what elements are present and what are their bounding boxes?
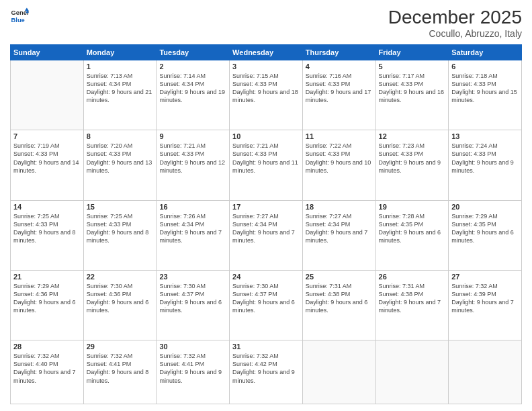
table-row: 12Sunrise: 7:23 AM Sunset: 4:33 PM Dayli… — [375, 130, 449, 200]
day-info: Sunrise: 7:28 AM Sunset: 4:35 PM Dayligh… — [379, 212, 446, 245]
day-info: Sunrise: 7:32 AM Sunset: 4:40 PM Dayligh… — [13, 352, 81, 385]
day-info: Sunrise: 7:13 AM Sunset: 4:34 PM Dayligh… — [87, 72, 154, 105]
day-number: 13 — [451, 132, 519, 140]
day-number: 2 — [159, 62, 226, 71]
day-info: Sunrise: 7:21 AM Sunset: 4:33 PM Dayligh… — [232, 142, 300, 175]
day-info: Sunrise: 7:14 AM Sunset: 4:34 PM Dayligh… — [159, 72, 226, 105]
day-number: 15 — [87, 203, 154, 211]
table-row: 6Sunrise: 7:18 AM Sunset: 4:33 PM Daylig… — [449, 60, 522, 130]
day-number: 18 — [306, 203, 373, 211]
day-number: 23 — [159, 273, 226, 281]
logo-icon: General Blue — [10, 7, 29, 26]
table-row: 28Sunrise: 7:32 AM Sunset: 4:40 PM Dayli… — [11, 340, 84, 404]
day-info: Sunrise: 7:30 AM Sunset: 4:36 PM Dayligh… — [87, 282, 154, 315]
table-row — [11, 60, 84, 130]
day-number: 30 — [159, 342, 226, 351]
header-monday: Monday — [83, 45, 157, 60]
day-info: Sunrise: 7:30 AM Sunset: 4:37 PM Dayligh… — [232, 282, 300, 315]
day-number: 9 — [159, 132, 226, 140]
table-row: 10Sunrise: 7:21 AM Sunset: 4:33 PM Dayli… — [230, 130, 303, 200]
day-number: 12 — [379, 132, 446, 140]
calendar-week-2: 14Sunrise: 7:25 AM Sunset: 4:33 PM Dayli… — [11, 200, 522, 270]
calendar-week-1: 7Sunrise: 7:19 AM Sunset: 4:33 PM Daylig… — [11, 130, 522, 200]
table-row: 15Sunrise: 7:25 AM Sunset: 4:33 PM Dayli… — [83, 200, 157, 270]
day-info: Sunrise: 7:21 AM Sunset: 4:33 PM Dayligh… — [159, 142, 226, 175]
table-row: 8Sunrise: 7:20 AM Sunset: 4:33 PM Daylig… — [83, 130, 157, 200]
month-title: December 2025 — [388, 7, 522, 28]
day-info: Sunrise: 7:32 AM Sunset: 4:39 PM Dayligh… — [451, 282, 519, 315]
header-tuesday: Tuesday — [157, 45, 230, 60]
day-number: 7 — [13, 132, 81, 140]
day-number: 4 — [306, 62, 373, 71]
day-info: Sunrise: 7:26 AM Sunset: 4:34 PM Dayligh… — [159, 212, 226, 245]
day-info: Sunrise: 7:29 AM Sunset: 4:35 PM Dayligh… — [451, 212, 519, 245]
table-row: 26Sunrise: 7:31 AM Sunset: 4:38 PM Dayli… — [375, 270, 449, 340]
table-row: 1Sunrise: 7:13 AM Sunset: 4:34 PM Daylig… — [83, 60, 157, 130]
svg-text:Blue: Blue — [11, 17, 25, 24]
logo: General Blue — [10, 7, 29, 26]
calendar-week-4: 28Sunrise: 7:32 AM Sunset: 4:40 PM Dayli… — [11, 340, 522, 404]
table-row — [375, 340, 449, 404]
day-number: 16 — [159, 203, 226, 211]
day-info: Sunrise: 7:22 AM Sunset: 4:33 PM Dayligh… — [306, 142, 373, 175]
day-info: Sunrise: 7:23 AM Sunset: 4:33 PM Dayligh… — [379, 142, 446, 175]
day-info: Sunrise: 7:32 AM Sunset: 4:42 PM Dayligh… — [232, 352, 300, 385]
table-row: 25Sunrise: 7:31 AM Sunset: 4:38 PM Dayli… — [302, 270, 375, 340]
day-info: Sunrise: 7:29 AM Sunset: 4:36 PM Dayligh… — [13, 282, 81, 315]
day-info: Sunrise: 7:20 AM Sunset: 4:33 PM Dayligh… — [87, 142, 154, 175]
day-number: 25 — [306, 273, 373, 281]
day-info: Sunrise: 7:15 AM Sunset: 4:33 PM Dayligh… — [232, 72, 300, 105]
day-info: Sunrise: 7:16 AM Sunset: 4:33 PM Dayligh… — [306, 72, 373, 105]
table-row: 20Sunrise: 7:29 AM Sunset: 4:35 PM Dayli… — [449, 200, 522, 270]
table-row: 7Sunrise: 7:19 AM Sunset: 4:33 PM Daylig… — [11, 130, 84, 200]
table-row: 9Sunrise: 7:21 AM Sunset: 4:33 PM Daylig… — [157, 130, 230, 200]
day-info: Sunrise: 7:31 AM Sunset: 4:38 PM Dayligh… — [379, 282, 446, 315]
header-friday: Friday — [375, 45, 449, 60]
day-number: 21 — [13, 273, 81, 281]
table-row: 23Sunrise: 7:30 AM Sunset: 4:37 PM Dayli… — [157, 270, 230, 340]
day-number: 17 — [232, 203, 300, 211]
day-info: Sunrise: 7:30 AM Sunset: 4:37 PM Dayligh… — [159, 282, 226, 315]
table-row — [449, 340, 522, 404]
day-number: 10 — [232, 132, 300, 140]
day-number: 26 — [379, 273, 446, 281]
day-number: 27 — [451, 273, 519, 281]
table-row — [302, 340, 375, 404]
day-number: 1 — [87, 62, 154, 71]
table-row: 3Sunrise: 7:15 AM Sunset: 4:33 PM Daylig… — [230, 60, 303, 130]
table-row: 22Sunrise: 7:30 AM Sunset: 4:36 PM Dayli… — [83, 270, 157, 340]
day-number: 24 — [232, 273, 300, 281]
day-info: Sunrise: 7:24 AM Sunset: 4:33 PM Dayligh… — [451, 142, 519, 175]
calendar-week-3: 21Sunrise: 7:29 AM Sunset: 4:36 PM Dayli… — [11, 270, 522, 340]
day-info: Sunrise: 7:27 AM Sunset: 4:34 PM Dayligh… — [306, 212, 373, 245]
table-row: 19Sunrise: 7:28 AM Sunset: 4:35 PM Dayli… — [375, 200, 449, 270]
subtitle: Cocullo, Abruzzo, Italy — [388, 28, 522, 39]
day-number: 22 — [87, 273, 154, 281]
day-info: Sunrise: 7:17 AM Sunset: 4:33 PM Dayligh… — [379, 72, 446, 105]
day-info: Sunrise: 7:25 AM Sunset: 4:33 PM Dayligh… — [13, 212, 81, 245]
header: General Blue December 2025 Cocullo, Abru… — [10, 7, 522, 39]
page: General Blue December 2025 Cocullo, Abru… — [0, 0, 532, 411]
table-row: 24Sunrise: 7:30 AM Sunset: 4:37 PM Dayli… — [230, 270, 303, 340]
table-row: 31Sunrise: 7:32 AM Sunset: 4:42 PM Dayli… — [230, 340, 303, 404]
day-number: 31 — [232, 342, 300, 351]
table-row: 29Sunrise: 7:32 AM Sunset: 4:41 PM Dayli… — [83, 340, 157, 404]
day-number: 20 — [451, 203, 519, 211]
weekday-header-row: Sunday Monday Tuesday Wednesday Thursday… — [11, 45, 522, 60]
table-row: 18Sunrise: 7:27 AM Sunset: 4:34 PM Dayli… — [302, 200, 375, 270]
table-row: 14Sunrise: 7:25 AM Sunset: 4:33 PM Dayli… — [11, 200, 84, 270]
table-row: 13Sunrise: 7:24 AM Sunset: 4:33 PM Dayli… — [449, 130, 522, 200]
table-row: 4Sunrise: 7:16 AM Sunset: 4:33 PM Daylig… — [302, 60, 375, 130]
header-wednesday: Wednesday — [230, 45, 303, 60]
calendar-week-0: 1Sunrise: 7:13 AM Sunset: 4:34 PM Daylig… — [11, 60, 522, 130]
day-info: Sunrise: 7:27 AM Sunset: 4:34 PM Dayligh… — [232, 212, 300, 245]
table-row: 17Sunrise: 7:27 AM Sunset: 4:34 PM Dayli… — [230, 200, 303, 270]
day-number: 11 — [306, 132, 373, 140]
day-number: 19 — [379, 203, 446, 211]
day-number: 5 — [379, 62, 446, 71]
calendar-table: Sunday Monday Tuesday Wednesday Thursday… — [10, 44, 522, 404]
header-sunday: Sunday — [11, 45, 84, 60]
day-number: 3 — [232, 62, 300, 71]
table-row: 30Sunrise: 7:32 AM Sunset: 4:41 PM Dayli… — [157, 340, 230, 404]
table-row: 11Sunrise: 7:22 AM Sunset: 4:33 PM Dayli… — [302, 130, 375, 200]
